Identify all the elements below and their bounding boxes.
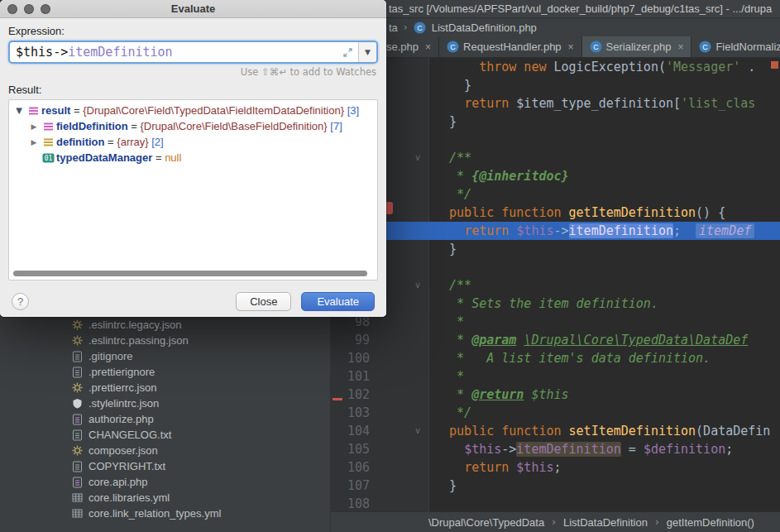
- expression-value[interactable]: $this->itemDefinition: [10, 45, 337, 60]
- code-text[interactable]: $this->itemDefinition = $definition;: [429, 440, 780, 458]
- code-text[interactable]: public function setItemDefinition(DataDe…: [429, 422, 780, 440]
- breadcrumb-item[interactable]: ListDataDefinition.php: [432, 22, 537, 34]
- code-text[interactable]: return $item_type_definition['list_clas: [429, 94, 780, 113]
- code-line: 104∨ public function setItemDefinition(D…: [331, 422, 780, 440]
- expand-editor-icon[interactable]: [337, 47, 358, 58]
- code-line: 100 * A list item's data definition.: [331, 349, 780, 367]
- code-text[interactable]: return $this->itemDefinition;itemDef: [429, 222, 780, 240]
- equals-sign: =: [152, 151, 165, 164]
- collection-size: [3]: [344, 104, 359, 117]
- textfile-icon: [71, 461, 83, 472]
- tree-item[interactable]: core.api.php: [0, 474, 330, 490]
- tree-item[interactable]: .stylelintrc.json: [0, 395, 330, 411]
- object-icon: [26, 106, 41, 116]
- variable-type: {Drupal\Core\Field\BaseFieldDefinition}: [141, 120, 328, 132]
- code-text[interactable]: */: [429, 185, 780, 204]
- classC-icon: C: [699, 41, 711, 53]
- variable-row[interactable]: 01typedDataManager = null: [9, 150, 377, 165]
- tree-item[interactable]: .eslintrc.passing.json: [0, 333, 330, 348]
- breadcrumb-item[interactable]: getItemDefinition(): [667, 516, 754, 529]
- fold-gutter: [376, 477, 429, 495]
- code-text[interactable]: * Sets the item definition.: [429, 295, 780, 313]
- tree-item[interactable]: .gitignore: [0, 348, 330, 364]
- code-line: 84 throw new LogicException('Messager' .: [331, 58, 780, 76]
- code-text[interactable]: /**: [429, 149, 780, 167]
- close-button[interactable]: Close: [236, 292, 291, 311]
- variable-row[interactable]: ▼result = {Drupal\Core\Field\TypedData\F…: [9, 103, 377, 118]
- tab-close-icon[interactable]: ×: [568, 41, 574, 53]
- tab-label: Serializer.php: [606, 41, 672, 53]
- tree-item[interactable]: CHANGELOG.txt: [0, 427, 330, 443]
- error-stripe-mark[interactable]: [771, 61, 778, 69]
- collapse-arrow-icon[interactable]: ▼: [12, 106, 26, 115]
- line-number: 107: [331, 477, 376, 495]
- zoom-button[interactable]: [41, 4, 50, 14]
- tree-item[interactable]: COPYRIGHT.txt: [0, 458, 330, 474]
- evaluate-dialog: Evaluate Expression: $this->itemDefiniti…: [0, 0, 386, 317]
- watches-hint: Use ⇧⌘↵ to add to Watches: [8, 66, 376, 78]
- code-text[interactable]: }: [429, 113, 780, 131]
- project-tree: .eslintrc.legacy.json.eslintrc.passing.j…: [0, 317, 330, 521]
- code-text[interactable]: return $this;: [429, 458, 780, 477]
- fold-arrow-icon[interactable]: ∨: [376, 422, 429, 440]
- collection-size: [7]: [328, 120, 342, 132]
- code-text[interactable]: }: [429, 240, 780, 258]
- tree-item[interactable]: .eslintrc.legacy.json: [0, 317, 330, 333]
- horizontal-scrollbar[interactable]: [13, 271, 367, 276]
- expand-arrow-icon[interactable]: ▶: [27, 138, 41, 146]
- code-text[interactable]: /**: [429, 276, 780, 295]
- tab-RequestHandler-php[interactable]: CRequestHandler.php×: [439, 36, 582, 57]
- variable-row[interactable]: ▶fieldDefinition = {Drupal\Core\Field\Ba…: [9, 118, 377, 134]
- evaluate-button[interactable]: Evaluate: [301, 292, 375, 311]
- result-tree: ▼result = {Drupal\Core\Field\TypedData\F…: [8, 99, 378, 280]
- tree-item[interactable]: core.link_relation_types.yml: [0, 506, 330, 521]
- breadcrumb-item[interactable]: ta: [389, 22, 398, 34]
- code-text[interactable]: * @param \Drupal\Core\TypedData\DataDef: [429, 331, 780, 349]
- history-dropdown-icon[interactable]: ▼: [358, 42, 376, 62]
- tree-item[interactable]: .prettierignore: [0, 364, 330, 380]
- code-text[interactable]: [429, 258, 780, 276]
- minimize-button[interactable]: [24, 4, 34, 14]
- code-text[interactable]: throw new LogicException('Messager' .: [429, 58, 780, 76]
- tree-item[interactable]: authorize.php: [0, 411, 330, 427]
- code-text[interactable]: * {@inheritdoc}: [429, 167, 780, 185]
- tab-FieldNormalizer-php[interactable]: CFieldNormalizer.php×: [691, 36, 780, 57]
- tree-item[interactable]: .prettierrc.json: [0, 380, 330, 395]
- code-text[interactable]: }: [429, 477, 780, 495]
- code-text[interactable]: *: [429, 367, 780, 386]
- breadcrumb-item[interactable]: \Drupal\Core\TypedData: [428, 516, 544, 529]
- close-button[interactable]: [7, 4, 17, 14]
- tab-close-icon[interactable]: ×: [425, 41, 431, 53]
- code-text[interactable]: public function getItemDefinition() {: [429, 204, 780, 222]
- tab-close-icon[interactable]: ×: [677, 41, 683, 53]
- tree-item-label: .eslintrc.legacy.json: [89, 319, 181, 331]
- breadcrumb-item[interactable]: ListDataDefinition: [563, 516, 648, 529]
- code-text[interactable]: * A list item's data definition.: [429, 349, 780, 367]
- help-button[interactable]: ?: [12, 293, 29, 310]
- code-text[interactable]: }: [429, 76, 780, 94]
- code-text[interactable]: [429, 495, 780, 511]
- dialog-titlebar[interactable]: Evaluate: [0, 0, 386, 18]
- code-text[interactable]: [429, 131, 780, 149]
- dialog-title: Evaluate: [171, 2, 215, 15]
- phpfile-icon: [71, 477, 83, 488]
- code-line: 95: [331, 258, 780, 276]
- code-editor[interactable]: 84 throw new LogicException('Messager' .…: [331, 58, 780, 511]
- code-line: 103 */: [331, 404, 780, 422]
- code-text[interactable]: *: [429, 313, 780, 331]
- textfile-icon: [71, 367, 83, 378]
- line-number: 99: [331, 331, 376, 349]
- expression-input[interactable]: $this->itemDefinition ▼: [8, 41, 378, 64]
- code-line: 92 public function getItemDefinition() {: [331, 204, 780, 222]
- tree-item[interactable]: core.libraries.yml: [0, 490, 330, 506]
- tree-item[interactable]: composer.json: [0, 443, 330, 458]
- code-text[interactable]: * @return $this: [429, 386, 780, 404]
- tab-se-php[interactable]: se.php×: [379, 36, 439, 57]
- expand-arrow-icon[interactable]: ▶: [27, 122, 41, 131]
- tab-label: FieldNormalizer.php: [715, 41, 780, 53]
- fold-gutter: [376, 404, 429, 422]
- tab-Serializer-php[interactable]: CSerializer.php×: [582, 36, 692, 57]
- variable-row[interactable]: ▶definition = {array} [2]: [9, 134, 377, 150]
- code-text[interactable]: */: [429, 404, 780, 422]
- breadcrumb-separator: ›: [655, 516, 659, 528]
